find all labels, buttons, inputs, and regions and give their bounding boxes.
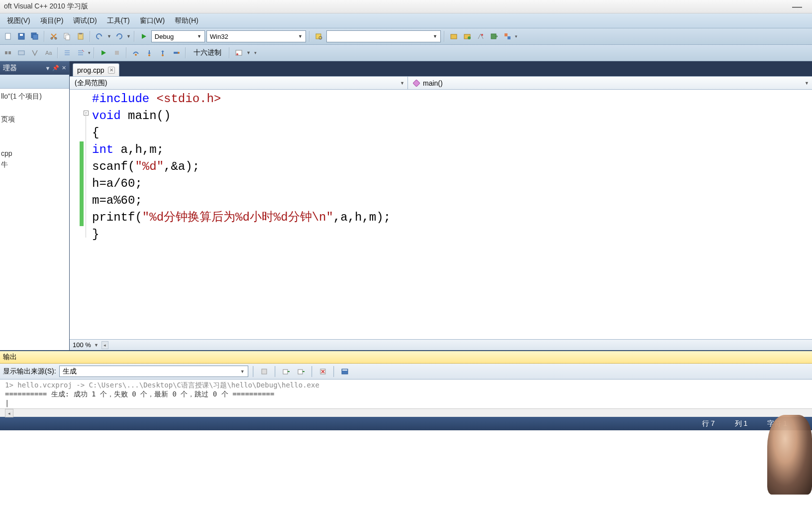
dropdown-arrow-icon: ▼: [298, 34, 303, 39]
copy-icon[interactable]: [61, 30, 73, 42]
change-indicator: [80, 141, 84, 226]
output-tool-1[interactable]: [258, 366, 270, 378]
output-line: 1> hello.vcxproj -> C:\Users\...\Desktop…: [5, 381, 807, 389]
tool-icon-3[interactable]: [475, 30, 487, 42]
start-debug-icon[interactable]: [138, 30, 150, 42]
fold-toggle-icon[interactable]: −: [84, 111, 89, 116]
output-source-value: 生成: [63, 367, 77, 376]
debug-tool-1[interactable]: [2, 47, 14, 59]
menu-debug[interactable]: 调试(D): [68, 14, 102, 27]
redo-icon[interactable]: [113, 30, 125, 42]
dropdown-arrow-icon: ▼: [240, 369, 245, 374]
svg-rect-39: [262, 369, 267, 374]
solution-platform-dropdown[interactable]: Win32 ▼: [206, 30, 306, 42]
tool-icon-2[interactable]: [461, 30, 473, 42]
svg-rect-4: [33, 34, 38, 39]
scope-dropdown-left[interactable]: (全局范围) ▼: [70, 77, 408, 89]
debug-tool-2[interactable]: [15, 47, 27, 59]
zoom-level[interactable]: 100 %: [73, 341, 91, 349]
output-clear-icon[interactable]: [317, 366, 329, 378]
editor-tab-row: prog.cpp ✕: [70, 61, 812, 76]
svg-rect-40: [283, 370, 288, 374]
hex-button[interactable]: 十六进制: [189, 47, 226, 59]
tool-icon-5[interactable]: [502, 30, 513, 42]
svg-point-32: [148, 54, 150, 56]
hscroll-left-button[interactable]: ◂: [102, 341, 108, 349]
menu-project[interactable]: 项目(P): [35, 14, 69, 27]
tab-close-icon[interactable]: ✕: [108, 67, 115, 74]
panel-pin-icon[interactable]: 📌: [52, 65, 59, 72]
scope-left-value: (全局范围): [75, 79, 107, 88]
tool-icon-1[interactable]: [448, 30, 460, 42]
zoom-dropdown-arrow[interactable]: ▼: [94, 343, 99, 348]
debug-tool-4[interactable]: Aa: [42, 47, 54, 59]
new-file-icon[interactable]: [2, 30, 14, 42]
menu-window[interactable]: 窗口(W): [135, 14, 170, 27]
tree-item[interactable]: 牛: [1, 159, 68, 170]
output-content[interactable]: 1> hello.vcxproj -> C:\Users\...\Desktop…: [0, 380, 812, 408]
save-icon[interactable]: [15, 30, 27, 42]
undo-dropdown-arrow[interactable]: ▼: [107, 34, 111, 39]
find-in-files-icon[interactable]: [313, 30, 325, 42]
svg-rect-18: [505, 33, 508, 36]
tree-item[interactable]: cpp: [1, 148, 68, 159]
output-tool-2[interactable]: [280, 366, 292, 378]
step-out-icon[interactable]: [157, 47, 169, 59]
step-over-icon[interactable]: [130, 47, 142, 59]
scope-dropdown-right[interactable]: main() ▼: [408, 77, 812, 89]
output-wrap-icon[interactable]: [339, 366, 351, 378]
redo-dropdown-arrow[interactable]: ▼: [126, 34, 131, 39]
debug-toolbar: Aa ▾ 十六进制 ▼ ▾: [0, 45, 812, 61]
toolbar-separator: [94, 47, 95, 58]
find-dropdown[interactable]: ▼: [326, 30, 441, 42]
svg-rect-30: [115, 51, 119, 55]
save-all-icon[interactable]: [29, 30, 41, 42]
output-source-dropdown[interactable]: 生成 ▼: [59, 366, 248, 377]
hscroll-left-button[interactable]: ◂: [5, 409, 13, 417]
svg-rect-22: [18, 51, 24, 55]
uncomment-icon[interactable]: [75, 47, 87, 59]
solution-tree[interactable]: llo"(1 个项目) 页项 cpp 牛: [0, 89, 69, 350]
output-header[interactable]: 输出: [0, 351, 812, 364]
solution-explorer-header[interactable]: 理器 ▼ 📌 ✕: [0, 61, 69, 75]
output-line: ========== 生成: 成功 1 个，失败 0 个，最新 0 个，跳过 0…: [5, 389, 807, 398]
tree-item[interactable]: 页项: [1, 114, 68, 125]
toolbar-separator: [57, 47, 58, 58]
code-content[interactable]: #include <stdio.h> void main() { int a,h…: [92, 90, 812, 339]
file-tab-prog[interactable]: prog.cpp ✕: [73, 63, 119, 76]
run-icon[interactable]: [98, 47, 109, 59]
toolbar-overflow-icon[interactable]: ▾: [254, 50, 257, 55]
stop-icon[interactable]: [111, 47, 123, 59]
code-editor[interactable]: − #include <stdio.h> void main() { int a…: [70, 90, 812, 339]
dropdown-arrow-icon: ▼: [197, 34, 202, 39]
standard-toolbar: ▼ ▼ Debug ▼ Win32 ▼ ▼ ▾: [0, 28, 812, 45]
output-scrollbar[interactable]: ◂: [0, 408, 812, 417]
tool-icon-4[interactable]: [488, 30, 500, 42]
step-icon[interactable]: [170, 47, 182, 59]
svg-rect-20: [5, 51, 7, 54]
toolbar-overflow-icon[interactable]: ▾: [88, 50, 91, 55]
toolbar-separator: [126, 47, 127, 58]
output-source-label: 显示输出来源(S):: [3, 367, 56, 376]
debug-tool-3[interactable]: [29, 47, 41, 59]
comment-icon[interactable]: [61, 47, 73, 59]
menu-help[interactable]: 帮助(H): [170, 14, 203, 27]
menu-tools[interactable]: 工具(T): [102, 14, 135, 27]
panel-dropdown-icon[interactable]: ▼: [44, 65, 51, 72]
dropdown-arrow-icon[interactable]: ▼: [246, 50, 251, 55]
debug-window-icon[interactable]: [233, 47, 245, 59]
cut-icon[interactable]: [48, 30, 60, 42]
tree-solution-node[interactable]: llo"(1 个项目): [1, 91, 68, 102]
solution-config-dropdown[interactable]: Debug ▼: [151, 30, 205, 42]
toolbar-overflow-icon[interactable]: ▾: [515, 34, 517, 39]
minimize-button[interactable]: —: [792, 1, 802, 12]
menu-view[interactable]: 视图(V): [2, 14, 35, 27]
svg-rect-19: [508, 36, 510, 39]
panel-close-icon[interactable]: ✕: [60, 65, 67, 72]
paste-icon[interactable]: [75, 30, 87, 42]
toolbar-separator: [44, 31, 45, 42]
scope-navigator: (全局范围) ▼ main() ▼: [70, 76, 812, 90]
undo-icon[interactable]: [94, 30, 105, 42]
step-into-icon[interactable]: [143, 47, 155, 59]
output-tool-3[interactable]: [295, 366, 307, 378]
